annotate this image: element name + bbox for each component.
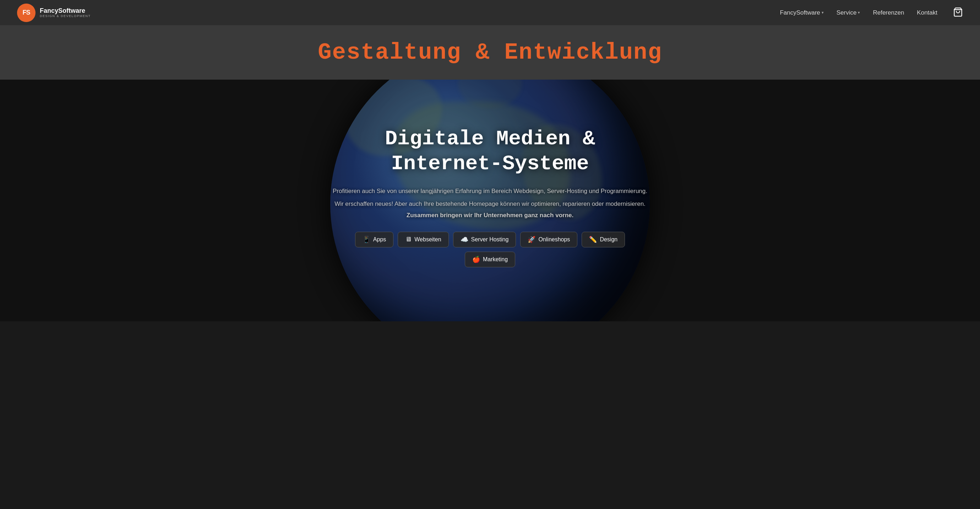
service-buttons: 📱 Apps 🖥 Webseiten ☁️ Server Hosting 🚀 O… [330, 232, 650, 267]
chevron-down-icon: ▾ [822, 10, 824, 15]
server-hosting-icon: ☁️ [461, 236, 468, 244]
brand-tagline: DESIGN & DEVELOPMENT [40, 14, 91, 18]
onlineshops-icon: 🚀 [528, 236, 535, 244]
design-button[interactable]: ✏️ Design [582, 232, 625, 247]
chevron-down-icon: ▾ [858, 10, 860, 15]
marketing-icon: 🍎 [472, 255, 480, 263]
server-hosting-button[interactable]: ☁️ Server Hosting [453, 232, 516, 247]
cart-icon [953, 7, 963, 17]
main-section: Digitale Medien & Internet-Systeme Profi… [0, 80, 980, 321]
banner-heading: Gestaltung & Entwicklung [7, 40, 973, 65]
nav-kontakt[interactable]: Kontakt [917, 9, 937, 16]
logo-icon: FS [17, 3, 35, 22]
hero-content: Digitale Medien & Internet-Systeme Profi… [330, 126, 650, 267]
design-icon: ✏️ [589, 236, 597, 244]
brand-name: FancySoftware [40, 8, 91, 14]
nav-fancysoftware[interactable]: FancySoftware ▾ [780, 9, 823, 16]
hero-banner: Gestaltung & Entwicklung [0, 26, 980, 80]
continent-decoration-3 [458, 80, 522, 108]
nav-referenzen[interactable]: Referenzen [873, 9, 904, 16]
onlineshops-button[interactable]: 🚀 Onlineshops [520, 232, 578, 247]
logo[interactable]: FS FancySoftware DESIGN & DEVELOPMENT [17, 3, 91, 22]
hero-subtext-2: Wir erschaffen neues! Aber auch Ihre bes… [330, 199, 650, 209]
hero-heading: Digitale Medien & Internet-Systeme [330, 126, 650, 176]
hero-subtext-1: Profitieren auch Sie von unserer langjäh… [330, 186, 650, 196]
marketing-button[interactable]: 🍎 Marketing [465, 252, 515, 267]
webseiten-icon: 🖥 [405, 236, 412, 243]
webseiten-button[interactable]: 🖥 Webseiten [398, 232, 449, 247]
navbar: FS FancySoftware DESIGN & DEVELOPMENT Fa… [0, 0, 980, 26]
logo-text: FancySoftware DESIGN & DEVELOPMENT [40, 8, 91, 18]
apps-icon: 📱 [363, 236, 370, 244]
apps-button[interactable]: 📱 Apps [355, 232, 393, 247]
nav-service[interactable]: Service ▾ [837, 9, 860, 16]
nav-links: FancySoftware ▾ Service ▾ Referenzen Kon… [780, 7, 963, 19]
cart-button[interactable] [953, 7, 963, 19]
hero-subtext-bold: Zusammen bringen wir Ihr Unternehmen gan… [330, 212, 650, 219]
